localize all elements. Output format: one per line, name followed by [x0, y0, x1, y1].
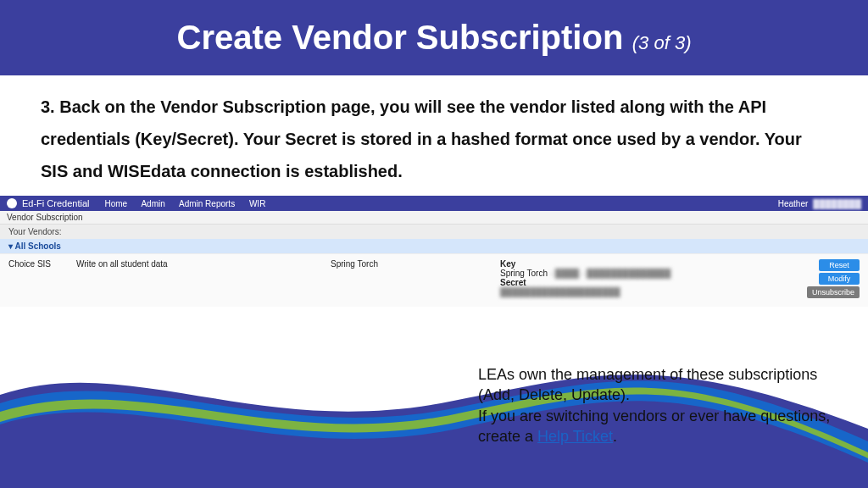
- embedded-app-screenshot: Ed-Fi Credential Home Admin Admin Report…: [0, 196, 868, 307]
- expand-all-schools[interactable]: ▾ All Schools: [0, 239, 868, 253]
- modify-button[interactable]: Modify: [819, 273, 860, 285]
- step-description: 3. Back on the Vendor Subscription page,…: [0, 75, 868, 196]
- chevron-down-icon: ▾: [8, 241, 13, 251]
- slide-title: Create Vendor Subscription: [177, 19, 624, 56]
- app-logo-icon: [7, 198, 17, 208]
- nav-wir[interactable]: WIR: [249, 199, 265, 208]
- footer-line2a: If you are switching vendors or ever hav…: [478, 408, 830, 445]
- key-value-redacted: - ████ - ██████████████: [550, 269, 671, 278]
- app-tab-vendor-subscription[interactable]: Vendor Subscription: [0, 211, 868, 225]
- user-name-redacted: ████████: [813, 199, 861, 208]
- cell-vendor: Spring Torch: [331, 259, 500, 269]
- nav-home[interactable]: Home: [104, 199, 127, 208]
- nav-admin-reports[interactable]: Admin Reports: [179, 199, 235, 208]
- secret-label: Secret: [500, 278, 526, 287]
- cell-scope: Write on all student data: [76, 259, 331, 269]
- key-value-prefix: Spring Torch: [500, 269, 548, 278]
- app-topbar: Ed-Fi Credential Home Admin Admin Report…: [0, 196, 868, 211]
- cell-credentials: Key Spring Torch - ████ - ██████████████…: [500, 259, 800, 297]
- app-user[interactable]: Heather ████████: [778, 199, 861, 208]
- key-label: Key: [500, 259, 515, 269]
- your-vendors-label: Your Vendors:: [0, 225, 868, 239]
- secret-value-redacted: ████████████████████: [500, 287, 620, 297]
- user-name: Heather: [778, 199, 809, 208]
- cell-choice-sis: Choice SIS: [8, 259, 76, 269]
- app-nav: Home Admin Admin Reports WIR: [104, 199, 277, 208]
- help-ticket-link[interactable]: Help Ticket: [537, 428, 613, 445]
- nav-admin[interactable]: Admin: [141, 199, 164, 208]
- slide-header: Create Vendor Subscription (3 of 3): [0, 0, 868, 75]
- footer-note: LEAs own the management of these subscri…: [478, 364, 843, 446]
- footer-line1: LEAs own the management of these subscri…: [478, 366, 817, 403]
- expand-label: All Schools: [14, 241, 60, 251]
- unsubscribe-button[interactable]: Unsubscribe: [807, 286, 860, 298]
- slide-step-indicator: (3 of 3): [632, 32, 692, 53]
- footer-line2b: .: [613, 428, 617, 445]
- reset-button[interactable]: Reset: [819, 259, 860, 271]
- row-actions: Reset Modify Unsubscribe: [800, 259, 860, 298]
- vendor-row: Choice SIS Write on all student data Spr…: [0, 253, 868, 307]
- app-name: Ed-Fi Credential: [22, 198, 89, 208]
